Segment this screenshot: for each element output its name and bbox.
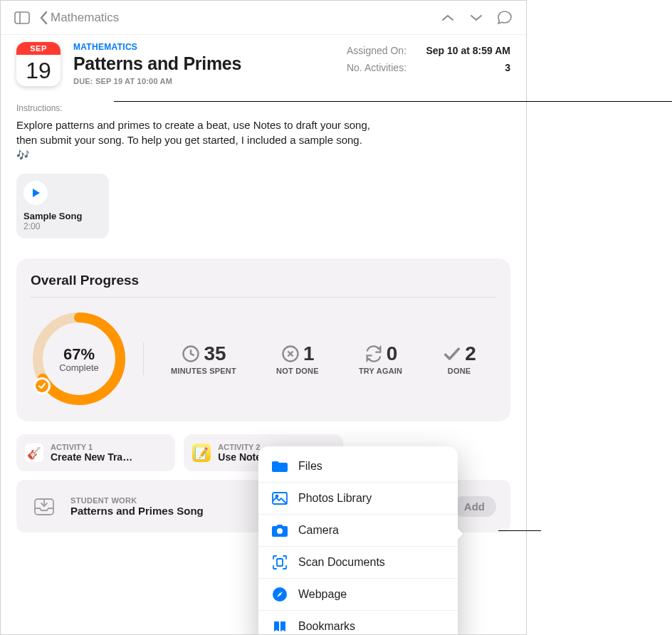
popover-camera[interactable]: Camera — [258, 515, 458, 547]
svg-rect-0 — [15, 12, 29, 23]
popover-item-label: Bookmarks — [298, 620, 355, 633]
camera-icon — [271, 522, 288, 539]
sample-song-attachment[interactable]: Sample Song 2:00 — [16, 174, 109, 238]
calendar-icon: SEP 19 — [16, 42, 61, 86]
add-button[interactable]: Add — [453, 496, 496, 517]
stat-tryagain-value: 0 — [387, 342, 398, 365]
check-icon — [38, 382, 46, 390]
next-button[interactable] — [465, 6, 488, 29]
progress-title: Overall Progress — [31, 273, 496, 298]
page-title: Patterns and Primes — [73, 53, 334, 74]
stat-minutes-label: MINUTES SPENT — [171, 367, 236, 375]
assignment-header: SEP 19 MATHEMATICS Patterns and Primes D… — [1, 35, 526, 92]
play-button[interactable] — [23, 181, 48, 205]
num-activities-value: 3 — [505, 62, 510, 73]
stat-tryagain-label: TRY AGAIN — [359, 367, 402, 375]
popover-bookmarks[interactable]: Bookmarks — [258, 611, 458, 635]
sidebar-toggle-button[interactable] — [11, 6, 33, 29]
stat-tryagain: 0 TRY AGAIN — [359, 342, 402, 375]
activity-1[interactable]: 🎸 ACTIVITY 1 Create New Tra… — [16, 434, 175, 471]
meta-block: Assigned On: Sep 10 at 8:59 AM No. Activ… — [347, 42, 510, 86]
stat-minutes-value: 35 — [204, 342, 226, 365]
notes-icon: 📝 — [192, 444, 211, 462]
progress-percent: 67% — [63, 345, 95, 364]
popover-item-label: Webpage — [298, 588, 347, 601]
checkmark-icon — [442, 344, 462, 364]
chevron-down-icon — [469, 14, 483, 22]
comment-button[interactable] — [493, 6, 516, 29]
stat-notdone-label: NOT DONE — [276, 367, 319, 375]
chevron-up-icon — [441, 14, 455, 22]
popover-files[interactable]: Files — [258, 451, 458, 483]
attachment-duration: 2:00 — [23, 221, 102, 231]
stat-minutes: 35 MINUTES SPENT — [171, 342, 236, 375]
stat-done: 2 DONE — [442, 342, 476, 375]
photos-icon — [271, 490, 288, 507]
speech-bubble-icon — [496, 10, 513, 26]
app-window: Mathematics SEP 19 MATHEMATICS Patterns … — [0, 0, 527, 635]
retry-icon — [364, 344, 384, 364]
stat-done-value: 2 — [465, 342, 476, 365]
popover-item-label: Photos Library — [298, 492, 372, 505]
toolbar: Mathematics — [1, 1, 526, 35]
calendar-day: 19 — [16, 55, 61, 86]
num-activities-label: No. Activities: — [347, 62, 406, 73]
subject-label: MATHEMATICS — [73, 42, 334, 52]
back-label: Mathematics — [51, 11, 119, 25]
progress-complete-label: Complete — [59, 362, 99, 373]
svg-point-11 — [277, 528, 283, 534]
stat-done-label: DONE — [442, 367, 476, 375]
popover-item-label: Camera — [298, 524, 339, 537]
prev-button[interactable] — [436, 6, 459, 29]
popover-photos[interactable]: Photos Library — [258, 483, 458, 515]
popover-scan[interactable]: Scan Documents — [258, 547, 458, 579]
calendar-month: SEP — [16, 42, 61, 55]
progress-check-badge — [33, 377, 51, 394]
progress-donut: 67% Complete — [31, 310, 127, 407]
stat-notdone-value: 1 — [303, 342, 315, 365]
popover-webpage[interactable]: Webpage — [258, 579, 458, 611]
stat-notdone: 1 NOT DONE — [276, 342, 319, 375]
clock-icon — [181, 344, 201, 364]
activity-name: Create New Tra… — [51, 451, 132, 463]
due-date: DUE: SEP 19 AT 10:00 AM — [73, 77, 334, 85]
x-circle-icon — [280, 344, 300, 364]
stats-row: 35 MINUTES SPENT 1 NOT DONE 0 — [143, 342, 496, 375]
download-tray-icon — [31, 493, 58, 520]
assigned-on-label: Assigned On: — [347, 45, 406, 56]
progress-card: Overall Progress 67% Complete — [16, 258, 510, 421]
back-button[interactable]: Mathematics — [39, 11, 119, 25]
svg-marker-2 — [33, 189, 40, 197]
assigned-on-value: Sep 10 at 8:59 AM — [426, 45, 510, 56]
callout-line-top — [114, 101, 672, 102]
popover-item-label: Files — [298, 460, 322, 473]
instructions-label: Instructions: — [16, 103, 510, 113]
play-icon — [31, 188, 41, 198]
attachment-name: Sample Song — [23, 211, 102, 221]
garageband-icon: 🎸 — [25, 444, 43, 462]
sidebar-icon — [14, 11, 30, 24]
activity-num: ACTIVITY 1 — [51, 443, 132, 451]
scan-icon — [271, 554, 288, 571]
callout-line-add — [498, 530, 541, 531]
bookmark-icon — [271, 618, 288, 635]
popover-item-label: Scan Documents — [298, 556, 385, 569]
safari-icon — [271, 586, 288, 603]
add-source-popover: Files Photos Library Camera Scan Documen… — [258, 446, 458, 635]
chevron-left-icon — [39, 11, 48, 25]
svg-rect-12 — [277, 559, 283, 566]
folder-icon — [271, 458, 288, 475]
instructions-section: Instructions: Explore patterns and prime… — [1, 96, 526, 246]
instructions-text: Explore patterns and primes to create a … — [16, 117, 372, 162]
